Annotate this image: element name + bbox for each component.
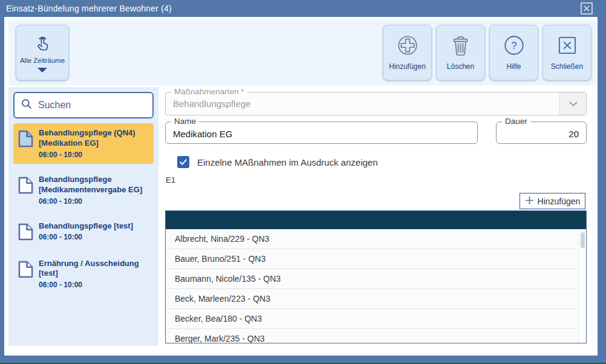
section-label: E1 (166, 175, 175, 184)
all-periods-button[interactable]: Alle Zeiträume (16, 25, 69, 80)
delete-button-label: Löschen (447, 62, 474, 71)
search-input[interactable] (38, 100, 146, 111)
window-title: Einsatz-Bündelung mehrerer Bewohner (4) (6, 4, 172, 13)
help-button[interactable]: ? Hilfe (489, 25, 538, 80)
sidebar-item-medikamentenvergabe-eg[interactable]: Behandlungspflege [Medikamentenvergabe E… (13, 170, 154, 210)
name-input[interactable] (166, 122, 477, 143)
titlebar: Einsatz-Bündelung mehrerer Bewohner (4) (0, 0, 606, 17)
massnahmenarten-select[interactable]: Maßnahmenarten * Behandlungspflege (165, 92, 587, 115)
sidebar-item-text: Behandlungspflege [test] 06:00 - 10:00 (39, 221, 151, 242)
residents-table: Albrecht, Nina/229 - QN3 Bauer, Bruno/25… (165, 210, 587, 343)
add-button-label: Hinzufügen (389, 62, 426, 71)
sidebar-item-behandlungspflege-test[interactable]: Behandlungspflege [test] 06:00 - 10:00 (13, 216, 154, 248)
window-frame-left (0, 17, 4, 356)
svg-text:?: ? (511, 40, 516, 51)
sidebar-item-time: 06:00 - 10:00 (39, 197, 151, 206)
add-resident-button-label: Hinzufügen (538, 197, 581, 206)
table-header (166, 211, 586, 229)
sidebar-item-medikation-eg[interactable]: Behandlungspflege (QN4) [Medikation EG] … (13, 123, 154, 164)
touch-gesture-icon (33, 33, 53, 55)
window-frame-right (598, 17, 606, 356)
window-close-icon[interactable] (581, 2, 593, 15)
trash-icon (451, 35, 470, 58)
table-row[interactable]: Baumann, Nicole/135 - QN3 (166, 269, 586, 289)
name-field: Name (165, 122, 478, 144)
sidebar-item-text: Behandlungspflege (QN4) [Medikation EG] … (39, 128, 151, 159)
help-button-label: Hilfe (506, 62, 521, 71)
scrollbar-thumb[interactable] (581, 232, 585, 248)
sidebar-item-ernaehrung-test[interactable]: Ernährung / Ausscheidung [test] 06:00 - … (13, 254, 154, 294)
delete-button[interactable]: Löschen (436, 25, 485, 80)
toolbar: Alle Zeiträume Hinzufügen (8, 20, 596, 85)
plus-icon (525, 196, 534, 207)
sidebar-item-time: 06:00 - 10:00 (39, 281, 151, 289)
sidebar-item-time: 06:00 - 10:00 (39, 233, 151, 241)
table-row[interactable]: Albrecht, Nina/229 - QN3 (166, 229, 586, 249)
document-icon (18, 261, 33, 281)
close-square-icon (556, 34, 578, 58)
add-resident-button[interactable]: Hinzufügen (520, 193, 585, 209)
toolbar-actions: Hinzufügen Löschen ? (383, 25, 591, 80)
search-box (13, 92, 154, 119)
add-button[interactable]: Hinzufügen (383, 25, 432, 80)
window-frame-bottom (0, 356, 606, 363)
sidebar-item-title: Behandlungspflege [test] (39, 221, 151, 232)
table-row[interactable]: Beck, Marleen/223 - QN3 (166, 289, 586, 309)
document-icon (18, 177, 33, 197)
table-row[interactable]: Becker, Bea/180 - QN3 (166, 309, 586, 329)
sidebar-item-title: Behandlungspflege (QN4) [Medikation EG] (39, 128, 151, 149)
checkbox-label: Einzelne MAßnahmen im Ausdruck anzeigen (197, 157, 378, 167)
sidebar-item-text: Ernährung / Ausscheidung [test] 06:00 - … (39, 259, 151, 290)
all-periods-label: Alle Zeiträume (20, 57, 65, 64)
search-icon (21, 98, 33, 112)
sidebar-item-title: Ernährung / Ausscheidung [test] (39, 259, 151, 279)
question-circle-icon: ? (503, 34, 525, 58)
name-label: Name (171, 117, 199, 126)
background-bleed (172, 0, 487, 2)
document-icon (18, 223, 33, 243)
print-checkbox-row: Einzelne MAßnahmen im Ausdruck anzeigen (177, 156, 378, 168)
close-button-label: Schließen (551, 62, 583, 71)
sidebar: Behandlungspflege (QN4) [Medikation EG] … (8, 87, 158, 346)
table-row[interactable]: Berger, Mark/235 - QN3 (166, 329, 586, 343)
sidebar-item-title: Behandlungspflege [Medikamentenvergabe E… (39, 175, 151, 195)
dauer-label: Dauer (502, 117, 530, 126)
massnahmenarten-label: Maßnahmenarten * (171, 87, 247, 96)
table-row[interactable]: Bauer, Bruno/251 - QN3 (166, 249, 586, 269)
sidebar-item-time: 06:00 - 10:00 (39, 151, 151, 159)
sidebar-item-text: Behandlungspflege [Medikamentenvergabe E… (39, 175, 151, 206)
dialog-window: Einsatz-Bündelung mehrerer Bewohner (4) … (0, 0, 606, 364)
plus-circle-icon (397, 34, 419, 58)
table-scrollbar[interactable] (578, 229, 586, 343)
close-button[interactable]: Schließen (542, 25, 591, 80)
dauer-field: Dauer (496, 122, 587, 144)
chevron-down-icon (37, 68, 47, 73)
dropdown-arrow[interactable] (559, 93, 586, 115)
document-icon (18, 130, 33, 150)
checkbox-checked-icon[interactable] (177, 156, 189, 168)
